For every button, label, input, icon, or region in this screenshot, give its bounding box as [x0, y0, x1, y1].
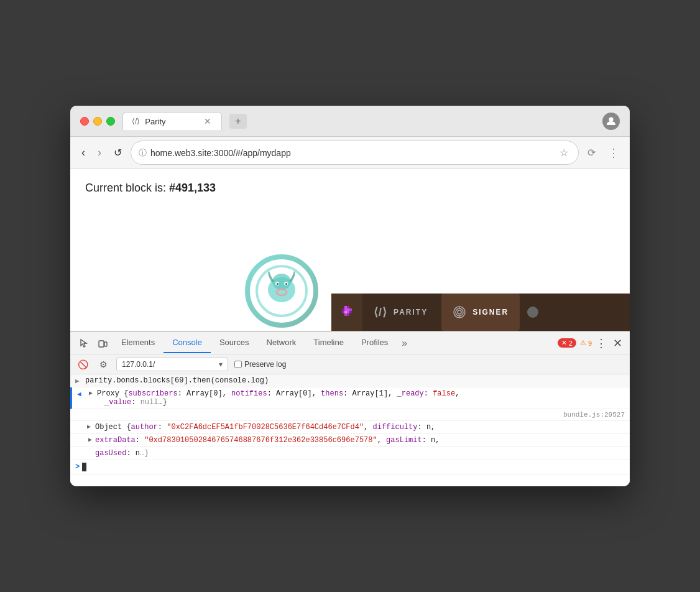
clear-console-button[interactable]: 🚫: [75, 358, 91, 371]
expand-proxy-button[interactable]: [87, 389, 94, 397]
block-info: Current block is: #491,133: [85, 182, 615, 195]
svg-point-7: [277, 283, 279, 285]
svg-rect-28: [104, 342, 107, 346]
tab-sources[interactable]: Sources: [211, 333, 258, 353]
new-tab-button[interactable]: +: [229, 114, 247, 129]
parity-button[interactable]: ⟨/⟩ PARITY: [362, 294, 439, 331]
error-x-icon: ✕: [561, 339, 567, 347]
svg-rect-27: [99, 341, 104, 347]
browser-tab[interactable]: ⟨/⟩ Parity ✕: [122, 112, 222, 130]
extra-data-text: extraData: "0xd783010502846765746887676f…: [95, 436, 625, 445]
fingerprint-icon: [453, 305, 466, 319]
svg-rect-12: [342, 308, 344, 311]
profile-avatar[interactable]: [602, 113, 620, 130]
block-number: #491,133: [169, 182, 216, 194]
prompt-symbol: >: [75, 463, 80, 471]
page-content: Current block is: #491,133: [70, 169, 630, 331]
tab-favicon-icon: ⟨/⟩: [132, 117, 140, 126]
svg-rect-18: [342, 311, 344, 313]
devtools-panel: Elements Console Sources Network Timelin…: [70, 331, 630, 486]
svg-rect-13: [344, 308, 347, 311]
gas-used-text: gasUsed: n…}: [95, 449, 625, 458]
svg-rect-16: [344, 311, 347, 313]
maximize-button[interactable]: [106, 117, 115, 126]
traffic-lights: [80, 117, 115, 126]
devtools-badges: ✕ 2 ⚠ 9: [558, 338, 592, 348]
filter-icon: ⚙: [99, 359, 108, 369]
console-input-entry: ▶ parity.bonds.blocks[69].then(console.l…: [70, 374, 630, 387]
close-button[interactable]: [80, 117, 89, 126]
signer-label: SIGNER: [472, 308, 509, 317]
console-prompt-line[interactable]: >: [70, 460, 630, 474]
overlay-bar: ⟨/⟩ PARITY SIGNER: [331, 294, 630, 331]
preserve-log-checkbox[interactable]: [234, 361, 242, 368]
devtools-close-button[interactable]: ✕: [610, 336, 625, 350]
url-dropdown-icon[interactable]: ▾: [219, 360, 223, 369]
preserve-log-area: Preserve log: [234, 360, 286, 369]
no-entry-icon: 🚫: [78, 359, 88, 369]
svg-point-23: [456, 308, 463, 316]
console-proxy-text: Proxy {subscribers: Array[0], notifies: …: [97, 389, 625, 407]
device-mode-button[interactable]: [94, 335, 111, 352]
svg-rect-19: [349, 311, 352, 313]
console-filter-bar: 🚫 ⚙ 127.0.0.1/ ▾ Preserve log: [70, 354, 630, 374]
forward-button[interactable]: ›: [94, 144, 105, 162]
status-dot: [527, 307, 538, 318]
console-object-line: Object {author: "0xC2FA6dcEF5A1fbF70028C…: [70, 421, 630, 434]
bookmark-button[interactable]: ☆: [557, 144, 571, 161]
secure-icon: ⓘ: [139, 147, 147, 159]
url-filter-input[interactable]: 127.0.0.1/ ▾: [116, 358, 228, 371]
console-gas-used: gasUsed: n…}: [70, 447, 630, 460]
minimize-button[interactable]: [93, 117, 102, 126]
devtools-toolbar: Elements Console Sources Network Timelin…: [70, 332, 630, 354]
warn-triangle-icon: ⚠: [580, 339, 586, 347]
svg-rect-20: [344, 313, 347, 316]
reload-button[interactable]: ↺: [110, 144, 126, 161]
inspect-element-button[interactable]: [75, 335, 93, 352]
history-button[interactable]: ⟳: [584, 144, 599, 161]
console-output: ▶ parity.bonds.blocks[69].then(console.l…: [70, 374, 630, 486]
tab-console[interactable]: Console: [163, 333, 211, 353]
three-dot-icon: ⋮: [596, 337, 607, 349]
url-text: home.web3.site:3000/#/app/mydapp: [150, 148, 553, 158]
back-button[interactable]: ‹: [78, 144, 89, 162]
tab-close-button[interactable]: ✕: [203, 116, 213, 126]
warn-count: 9: [588, 340, 592, 347]
console-output-arrow: ◀: [77, 390, 81, 398]
title-bar: ⟨/⟩ Parity ✕ +: [70, 106, 630, 137]
logo-area: [244, 254, 319, 331]
reload-icon: ↺: [114, 147, 122, 159]
console-source-ref: bundle.js:29527: [70, 409, 630, 421]
star-icon: ☆: [560, 147, 568, 158]
error-count: 2: [569, 340, 573, 347]
more-tabs-button[interactable]: »: [397, 338, 412, 349]
tab-area: ⟨/⟩ Parity ✕ +: [122, 112, 595, 130]
source-ref-text: bundle.js:29527: [85, 411, 625, 419]
pixel-icon: [338, 303, 356, 321]
console-input-arrow: ▶: [75, 377, 80, 385]
console-proxy-output: ◀ Proxy {subscribers: Array[0], notifies…: [70, 387, 630, 409]
svg-rect-10: [344, 306, 347, 308]
address-bar[interactable]: ⓘ home.web3.site:3000/#/app/mydapp ☆: [131, 141, 579, 165]
svg-rect-11: [347, 306, 349, 308]
tab-elements[interactable]: Elements: [113, 333, 163, 353]
filter-button[interactable]: ⚙: [97, 358, 110, 371]
devtools-menu-button[interactable]: ⋮: [593, 336, 609, 350]
console-object-text: Object {author: "0xC2FA6dcEF5A1fbF70028C…: [95, 423, 625, 432]
close-devtools-icon: ✕: [613, 337, 622, 349]
tab-title: Parity: [145, 117, 165, 126]
signer-button[interactable]: SIGNER: [441, 294, 520, 331]
overlay-icon-area: [331, 294, 362, 331]
expand-object-button[interactable]: [85, 423, 93, 430]
browser-window: ⟨/⟩ Parity ✕ + ‹ › ↺ ⓘ home.web3.: [70, 106, 630, 486]
svg-rect-15: [349, 308, 352, 311]
parity-logo-icon: ⟨/⟩: [374, 305, 387, 319]
back-icon: ‹: [81, 146, 85, 159]
menu-button[interactable]: ⋮: [604, 144, 622, 162]
device-icon: [98, 338, 108, 348]
tab-network[interactable]: Network: [258, 333, 305, 353]
expand-extra-button[interactable]: [86, 436, 94, 443]
tab-timeline[interactable]: Timeline: [305, 333, 352, 353]
tab-profiles[interactable]: Profiles: [352, 333, 397, 353]
block-prefix: Current block is:: [85, 182, 169, 194]
